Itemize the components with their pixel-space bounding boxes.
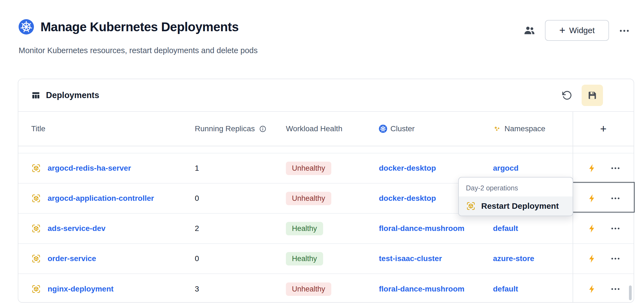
page-title: Manage Kubernetes Deployments <box>40 19 239 34</box>
lightning-bolt-icon <box>587 193 597 203</box>
column-header-workload-health: Workload Health <box>286 124 379 133</box>
day2-operations-button[interactable] <box>587 224 597 233</box>
namespace-link[interactable]: default <box>493 285 518 293</box>
add-column-button[interactable]: + <box>573 123 634 135</box>
running-replicas-value: 1 <box>195 164 286 173</box>
health-badge: Unhealthy <box>286 282 331 296</box>
deployment-entity-icon <box>31 224 41 233</box>
vertical-scrollbar-thumb[interactable] <box>629 285 632 300</box>
health-badge: Healthy <box>286 252 323 265</box>
column-header-cluster: Cluster <box>379 124 493 133</box>
lightning-bolt-icon <box>587 163 597 173</box>
reset-table-button[interactable] <box>559 88 575 103</box>
page-header: Manage Kubernetes Deployments <box>19 19 239 35</box>
row-more-menu-button[interactable] <box>611 197 620 199</box>
column-header-namespace: Namespace <box>493 124 573 133</box>
partially-scrolled-row <box>18 146 634 153</box>
row-more-menu-button[interactable] <box>611 288 620 290</box>
deployment-entity-icon <box>31 163 41 173</box>
health-badge: Unhealthy <box>286 192 331 205</box>
cluster-link[interactable]: docker-desktop <box>379 164 436 172</box>
deployment-title-link[interactable]: argocd-redis-ha-server <box>48 164 131 173</box>
deployment-entity-icon <box>466 201 476 211</box>
card-title: Deployments <box>46 90 99 100</box>
deployment-title-link[interactable]: argocd-application-controller <box>48 194 154 203</box>
table-widget-icon <box>31 91 40 100</box>
lightning-bolt-icon <box>587 224 597 233</box>
ellipsis-icon <box>611 288 620 290</box>
deployment-entity-icon <box>31 284 41 294</box>
page-subtitle: Monitor Kubernetes resources, restart de… <box>19 46 258 55</box>
row-more-menu-button[interactable] <box>611 167 620 169</box>
cluster-link[interactable]: docker-desktop <box>379 194 436 202</box>
deployment-entity-icon <box>31 254 41 264</box>
day2-operations-button[interactable] <box>587 163 597 173</box>
page-more-menu-button[interactable] <box>616 25 633 36</box>
plus-icon: + <box>559 25 565 35</box>
deployment-entity-icon <box>31 193 41 203</box>
ellipsis-icon <box>611 197 620 199</box>
namespace-dots-icon <box>493 125 501 133</box>
lightning-bolt-icon <box>587 254 597 264</box>
card-header: Deployments <box>18 79 634 112</box>
deployment-title-link[interactable]: nginx-deployment <box>48 285 114 293</box>
people-icon <box>523 24 535 36</box>
day2-operations-button[interactable] <box>587 284 597 294</box>
save-icon <box>587 90 598 101</box>
ellipsis-icon <box>611 167 620 169</box>
lightning-bolt-icon <box>587 284 597 294</box>
ellipsis-icon <box>620 30 629 32</box>
table-header-row: Title Running Replicas Workload Health C… <box>18 112 634 146</box>
add-widget-button[interactable]: + Widget <box>545 20 609 41</box>
column-header-running-replicas: Running Replicas <box>195 124 286 133</box>
row-more-menu-button[interactable] <box>611 258 620 260</box>
restart-deployment-label: Restart Deployment <box>481 201 559 211</box>
day2-operations-popup: Day-2 operations Restart Deployment <box>458 177 573 216</box>
namespace-link[interactable]: azure-store <box>493 254 534 263</box>
namespace-link[interactable]: default <box>493 224 518 233</box>
kubernetes-logo-icon <box>19 19 34 35</box>
add-widget-label: Widget <box>569 26 594 35</box>
info-icon[interactable] <box>259 125 266 133</box>
running-replicas-value: 0 <box>195 194 286 203</box>
running-replicas-value: 3 <box>195 285 286 293</box>
namespace-link[interactable]: argocd <box>493 164 518 172</box>
ellipsis-icon <box>611 227 620 230</box>
cluster-link[interactable]: floral-dance-mushroom <box>379 285 465 293</box>
health-badge: Unhealthy <box>286 162 331 175</box>
ellipsis-icon <box>611 258 620 260</box>
running-replicas-value: 2 <box>195 224 286 233</box>
day2-operations-button[interactable] <box>587 193 597 203</box>
popup-header: Day-2 operations <box>459 178 573 196</box>
undo-icon <box>562 90 572 101</box>
share-users-button[interactable] <box>521 22 537 38</box>
save-button[interactable] <box>582 85 603 106</box>
day2-operations-button[interactable] <box>587 254 597 264</box>
table-row: nginx-deployment 3 Unhealthy floral-danc… <box>18 274 634 303</box>
health-badge: Healthy <box>286 222 323 235</box>
row-more-menu-button[interactable] <box>611 227 620 230</box>
restart-deployment-menu-item[interactable]: Restart Deployment <box>459 196 573 216</box>
deployment-title-link[interactable]: order-service <box>48 254 96 263</box>
cluster-link[interactable]: test-isaac-cluster <box>379 254 442 263</box>
kubernetes-icon <box>379 125 387 133</box>
running-replicas-value: 0 <box>195 254 286 263</box>
table-row: ads-service-dev 2 Healthy floral-dance-m… <box>18 214 634 244</box>
cluster-link[interactable]: floral-dance-mushroom <box>379 224 465 233</box>
table-row: order-service 0 Healthy test-isaac-clust… <box>18 244 634 274</box>
deployment-title-link[interactable]: ads-service-dev <box>48 224 106 233</box>
column-header-title: Title <box>31 124 195 133</box>
